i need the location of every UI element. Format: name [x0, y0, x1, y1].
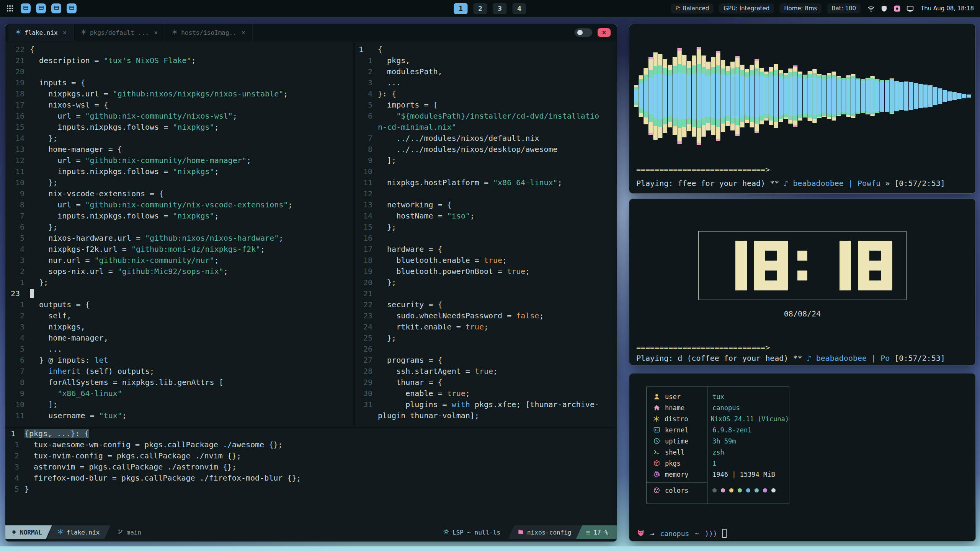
line-number: 3 [356, 77, 378, 88]
workspace-button-1[interactable]: 1 [454, 3, 468, 14]
workspace-button-2[interactable]: 2 [474, 3, 487, 14]
status-chip: Bat: 100 [827, 3, 861, 13]
line-number: 15 [8, 122, 30, 133]
code-line: 7 inherit (self) outputs; [8, 366, 354, 377]
code-line: 13 networking = { [356, 199, 617, 210]
clock-digit [817, 241, 851, 290]
line-number: 20 [8, 66, 30, 77]
code-line: 6 }; [8, 222, 354, 233]
dock-badge[interactable] [36, 3, 46, 13]
code-line: n-cd-minimal.nix" [356, 122, 617, 133]
topbar-left [6, 3, 77, 13]
buffer-pkgs-default-nix[interactable]: 1{pkgs, ...}: {1 tux-awesome-wm-config =… [8, 428, 616, 496]
line-number: 29 [356, 377, 378, 388]
editor-tab[interactable]: hosts/isoImag..× [165, 24, 253, 41]
shield-icon[interactable] [880, 5, 888, 12]
shell-prompt[interactable]: → canopus ~ ))) [637, 529, 727, 538]
screenshot-badge-icon[interactable] [893, 5, 901, 12]
code-line: 20 [8, 66, 354, 77]
code-line: 8 url = "github:nix-community/nix-vscode… [8, 199, 354, 210]
line-number: 3 [8, 321, 30, 333]
fetch-colors-row: colors [647, 485, 789, 496]
topbar: 1234 P: BalancedGPU: IntegratedHome: 8ms… [0, 0, 980, 17]
line-number: 2 [8, 310, 30, 321]
launcher-grid-icon[interactable] [6, 5, 14, 12]
code-line: 15 inputs.nixpkgs.follows = "nixpkgs"; [8, 122, 354, 133]
line-number: 9 [8, 388, 30, 399]
fetch-value: 3h 59m [712, 437, 736, 445]
line-number: 4 [8, 333, 30, 344]
buffer-iso-image-nix[interactable]: 1{1 pkgs,2 modulesPath,3 ...4}: {5 impor… [356, 44, 617, 427]
shell-icon [652, 449, 661, 455]
dock-badge[interactable] [21, 3, 31, 13]
fetch-value: 6.9.8-zen1 [712, 426, 751, 434]
dock-badge[interactable] [67, 3, 77, 13]
mode-segment: NORMAL [5, 525, 52, 539]
code-line: 9 ]; [356, 155, 617, 166]
code-line: 3 astronvim = pkgs.callPackage ./astronv… [8, 461, 616, 473]
code-line: 10 ]; [8, 399, 354, 410]
tab-close-icon[interactable]: × [242, 29, 245, 36]
clock-widget[interactable]: Thu Aug 08, 18:18 [921, 5, 974, 12]
buffer-flake-nix[interactable]: 22{21 description = "tux's NixOS Flake";… [8, 44, 354, 427]
window-close-button[interactable]: × [598, 28, 611, 37]
editor-tab[interactable]: pkgs/default ...× [74, 24, 165, 41]
code-line: 16 url = "github:nix-community/nixos-wsl… [8, 111, 354, 122]
fetch-label: memory [665, 471, 702, 478]
window-icon [69, 5, 75, 12]
file-label: flake.nix [67, 529, 100, 536]
clock-digits [712, 241, 892, 290]
nix-file-icon [81, 29, 87, 36]
line-number: 5 [8, 233, 30, 244]
line-number: 10 [8, 177, 30, 188]
tab-close-icon[interactable]: × [154, 29, 158, 36]
mode-label: NORMAL [20, 529, 42, 536]
visualizer-terminal-window: ============================> Playing: f… [629, 24, 976, 194]
now-playing-line: Playing: ffee for your head) ** ♪ beabad… [636, 179, 945, 188]
eye-toggle-button[interactable] [575, 28, 592, 37]
line-number: 16 [8, 111, 30, 122]
player-progress-bar: ============================> [636, 165, 770, 174]
line-number: 10 [8, 399, 30, 410]
line-number: 8 [8, 377, 30, 388]
line-number: 7 [8, 366, 30, 377]
code-line: 26 [356, 344, 617, 355]
editor-tab[interactable]: flake.nix× [8, 24, 74, 41]
line-number: 3 [8, 461, 24, 473]
workspace-button-4[interactable]: 4 [513, 3, 526, 14]
code-line: 19 inputs = { [8, 77, 354, 88]
fetch-label: uptime [665, 437, 702, 445]
gear-icon [443, 529, 449, 536]
fetch-row: uptime3h 59m [647, 435, 789, 447]
fetch-label: distro [665, 415, 700, 423]
code-line: 1{ [356, 44, 617, 55]
line-number: 20 [356, 277, 378, 288]
color-dot [729, 488, 733, 492]
wifi-icon[interactable] [867, 5, 875, 12]
line-number: 8 [8, 199, 30, 210]
line-number: 26 [356, 344, 378, 355]
user-icon [652, 393, 661, 400]
code-line: 3 nixpkgs, [8, 321, 354, 333]
line-number: 23 [8, 288, 30, 299]
line-number: 25 [356, 333, 378, 344]
fetch-horizontal-divider [647, 482, 707, 483]
display-icon[interactable] [906, 5, 914, 12]
line-number: 1 [8, 439, 24, 450]
code-line: 20 }; [356, 277, 617, 288]
terminal-cursor [722, 529, 727, 538]
code-line: 12 [356, 188, 617, 199]
color-dot [755, 488, 759, 492]
editor-cursor [30, 289, 34, 298]
dock-badge[interactable] [51, 3, 61, 13]
line-number: 11 [8, 410, 30, 421]
tab-close-icon[interactable]: × [63, 29, 67, 36]
clock-terminal-window: 08/08/24 ============================> P… [629, 199, 976, 365]
code-line: 8 forAllSystems = nixpkgs.lib.genAttrs [ [8, 377, 354, 388]
line-number: 8 [356, 144, 378, 155]
fetch-row: kernel6.9.8-zen1 [647, 424, 789, 435]
vertical-split-separator[interactable] [354, 41, 355, 427]
workspace-button-3[interactable]: 3 [493, 3, 507, 14]
tab-label: flake.nix [24, 29, 58, 36]
horizontal-split-separator[interactable] [5, 427, 617, 427]
